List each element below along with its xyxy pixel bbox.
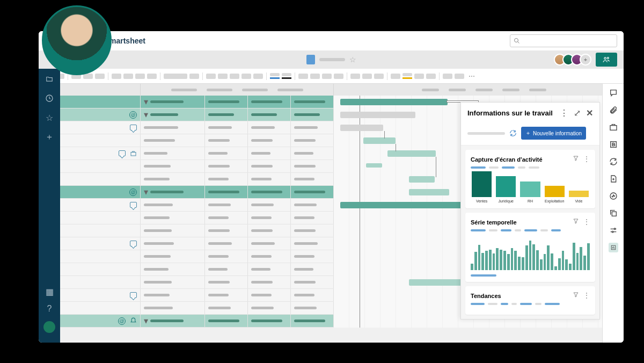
- insights-icon[interactable]: [609, 243, 618, 252]
- sheet-title[interactable]: [319, 58, 345, 61]
- ts-bar: [474, 252, 477, 270]
- toolbar-button[interactable]: [443, 74, 452, 79]
- ts-bar: [514, 251, 517, 270]
- chevron-down-icon[interactable]: ▾: [144, 110, 148, 120]
- bell-icon: [130, 317, 137, 324]
- toolbar-button[interactable]: [123, 74, 133, 79]
- ts-bar: [503, 251, 506, 270]
- ts-bar: [518, 257, 521, 270]
- toolbar-color-swatch[interactable]: [402, 73, 412, 79]
- comment-icon[interactable]: [119, 150, 126, 156]
- sheet-icon: [306, 55, 315, 64]
- toolbar-button[interactable]: [218, 74, 228, 79]
- share-button[interactable]: [596, 53, 617, 67]
- toolbar-button[interactable]: [230, 74, 239, 79]
- toolbar-button[interactable]: [374, 74, 384, 79]
- chart-bar: Vide: [569, 191, 589, 203]
- nav-user-avatar[interactable]: [43, 321, 55, 333]
- avatar-more[interactable]: +: [580, 54, 591, 66]
- refresh-icon[interactable]: [609, 157, 618, 166]
- comments-icon[interactable]: [609, 88, 618, 98]
- people-icon: [602, 56, 611, 63]
- more-icon[interactable]: ⋮: [560, 108, 568, 118]
- titlebar: martsheet: [39, 31, 624, 50]
- ts-bar: [551, 253, 553, 270]
- toolbar-button[interactable]: [322, 74, 332, 79]
- toolbar-button[interactable]: [310, 74, 320, 79]
- toolbar-button[interactable]: [350, 74, 360, 79]
- ts-bar: [562, 251, 565, 270]
- toolbar-button[interactable]: [334, 74, 343, 79]
- toolbar-button[interactable]: [95, 74, 105, 79]
- copy-icon[interactable]: [609, 208, 618, 218]
- filter-icon[interactable]: [573, 218, 579, 226]
- toolbar-button[interactable]: [253, 74, 263, 79]
- nav-add-icon[interactable]: ＋: [45, 132, 54, 142]
- more-icon[interactable]: ⋮: [583, 218, 590, 226]
- nav-folder-icon[interactable]: [45, 74, 54, 84]
- toolbar-overflow-icon[interactable]: ⋯: [469, 72, 475, 80]
- ts-bar: [544, 254, 546, 270]
- filter-icon[interactable]: [573, 155, 579, 163]
- svg-line-1: [518, 42, 519, 43]
- new-insight-button[interactable]: ＋ Nouvelle information: [521, 127, 586, 140]
- app-logo: martsheet: [109, 37, 145, 45]
- search-input[interactable]: [510, 34, 617, 47]
- attachments-icon[interactable]: [609, 105, 618, 115]
- expand-icon[interactable]: ⤢: [574, 108, 581, 118]
- toolbar-button[interactable]: [414, 74, 424, 79]
- chevron-down-icon[interactable]: ▾: [144, 97, 148, 107]
- svg-rect-5: [131, 152, 136, 156]
- settings-sliders-icon[interactable]: [609, 226, 618, 235]
- toolbar-button[interactable]: [241, 74, 251, 79]
- nav-recent-icon[interactable]: [45, 93, 54, 103]
- toolbar-button[interactable]: [362, 74, 372, 79]
- chevron-down-icon[interactable]: ▾: [144, 187, 148, 197]
- toolbar-button[interactable]: [164, 74, 187, 79]
- comment-icon[interactable]: [130, 125, 137, 130]
- nav-apps-icon[interactable]: ▦: [45, 287, 54, 296]
- ts-bar: [485, 251, 488, 270]
- briefcase-icon[interactable]: [609, 122, 618, 132]
- document-add-icon[interactable]: [609, 174, 618, 184]
- ts-bar: [511, 248, 514, 270]
- nav-help-icon[interactable]: ?: [45, 304, 54, 314]
- filter-icon[interactable]: [573, 292, 579, 300]
- toolbar-button[interactable]: [455, 74, 464, 79]
- card-title: Capture d'écran d'activité: [471, 156, 573, 163]
- svg-rect-6: [610, 126, 617, 130]
- new-insight-label: Nouvelle information: [533, 130, 582, 136]
- toolbar-button[interactable]: [298, 74, 308, 79]
- toolbar-button[interactable]: [112, 74, 121, 79]
- formatting-toolbar: ⋯: [39, 69, 624, 84]
- more-icon[interactable]: ⋮: [583, 292, 590, 300]
- toolbar-color-swatch[interactable]: [282, 73, 291, 79]
- ts-bar: [500, 250, 502, 270]
- collaborator-avatars[interactable]: +: [557, 54, 591, 66]
- chevron-down-icon[interactable]: ▾: [144, 316, 148, 326]
- favorite-star-icon[interactable]: ☆: [349, 55, 356, 64]
- refresh-icon[interactable]: [509, 129, 517, 137]
- toolbar-button[interactable]: [135, 74, 145, 79]
- more-icon[interactable]: ⋮: [583, 155, 590, 163]
- nav-favorite-icon[interactable]: ☆: [45, 113, 54, 122]
- ts-bar: [583, 256, 586, 270]
- ts-bar: [532, 244, 535, 270]
- bold-box-icon[interactable]: [609, 140, 618, 149]
- toolbar-button[interactable]: [147, 74, 157, 79]
- toolbar-button[interactable]: [206, 74, 216, 79]
- toolbar-button[interactable]: [426, 74, 436, 79]
- toolbar-color-swatch[interactable]: [270, 73, 280, 79]
- toolbar-button[interactable]: [391, 74, 400, 79]
- comment-icon[interactable]: [130, 292, 137, 298]
- activity-icon[interactable]: [609, 191, 618, 201]
- ts-bar: [587, 243, 590, 270]
- comment-icon[interactable]: [130, 202, 137, 208]
- app-window: martsheet ▭ ☆ ＋ ▦ ? ☆ +: [39, 31, 624, 343]
- comment-icon[interactable]: [130, 241, 137, 246]
- toolbar-button[interactable]: [189, 74, 199, 79]
- svg-point-10: [614, 228, 616, 230]
- close-icon[interactable]: ✕: [586, 108, 593, 118]
- chart-bar: Juridique: [496, 176, 516, 203]
- ts-bar: [573, 243, 575, 270]
